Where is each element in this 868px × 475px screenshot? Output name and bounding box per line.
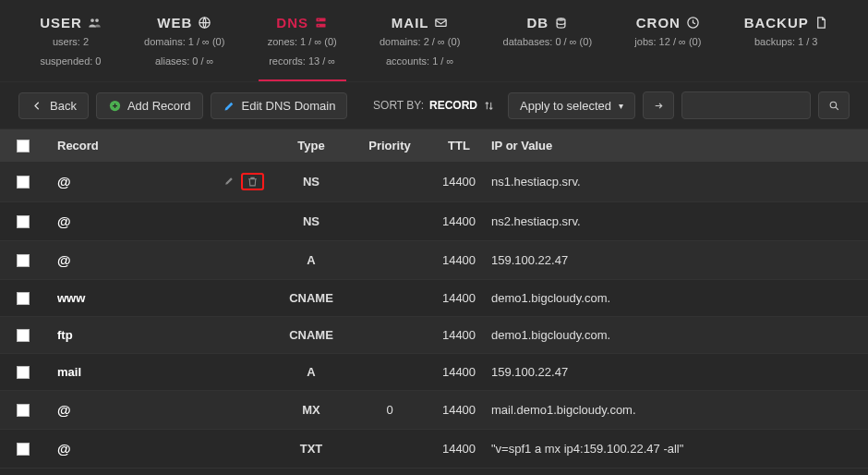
header-record: Record	[57, 139, 205, 152]
topnav-dns[interactable]: DNS zones: 1 / ∞ (0) records: 13 / ∞	[259, 9, 346, 81]
table-row[interactable]: @ NS 14400 ns2.hestiacp.srv.	[0, 202, 868, 241]
back-icon	[30, 99, 44, 113]
table-header-row: Record Type Priority TTL IP or Value	[0, 129, 868, 162]
row-checkbox[interactable]	[17, 443, 30, 456]
header-ttl: TTL	[427, 139, 491, 152]
add-record-button[interactable]: Add Record	[96, 92, 203, 119]
row-checkbox[interactable]	[17, 329, 30, 342]
table-row[interactable]: @ TXT 14400 "v=spf1 a mx ip4:159.100.22.…	[0, 430, 868, 469]
topnav-sub1: domains: 1 / ∞ (0)	[144, 34, 224, 50]
cell-type: A	[270, 253, 353, 267]
cell-value: ns2.hestiacp.srv.	[491, 214, 857, 228]
cell-value: mail.demo1.bigcloudy.com.	[491, 403, 857, 417]
submit-action-button[interactable]	[643, 91, 674, 119]
cell-value: 159.100.22.47	[491, 365, 857, 379]
cell-record: @	[57, 174, 205, 189]
table-row[interactable]: www CNAME 14400 demo1.bigcloudy.com.	[0, 280, 868, 317]
topnav-cron[interactable]: CRON jobs: 12 / ∞ (0)	[625, 9, 710, 81]
sort-field: RECORD	[429, 99, 477, 112]
pencil-icon	[223, 99, 236, 113]
sort-label: SORT BY:	[373, 99, 424, 112]
cell-ttl: 14400	[427, 175, 491, 189]
topnav-backup[interactable]: BACKUP backups: 1 / 3	[735, 9, 838, 81]
globe-icon	[198, 16, 211, 30]
sort-by[interactable]: SORT BY: RECORD	[373, 99, 495, 112]
topnav-sub1: domains: 2 / ∞ (0)	[380, 34, 460, 50]
topnav-sub2: aliases: 0 / ∞	[144, 54, 224, 69]
trash-icon	[247, 176, 259, 188]
edit-record-button[interactable]	[223, 173, 235, 190]
users-icon	[88, 16, 102, 30]
row-checkbox[interactable]	[17, 215, 30, 228]
cell-type: A	[270, 365, 353, 379]
select-all-checkbox[interactable]	[17, 140, 30, 152]
db-icon	[554, 16, 568, 30]
cell-value: "v=spf1 a mx ip4:159.100.22.47 -all"	[491, 442, 857, 456]
clock-icon	[686, 16, 700, 30]
table-row[interactable]: ftp CNAME 14400 demo1.bigcloudy.com.	[0, 317, 868, 354]
chevron-down-icon: ▾	[619, 101, 623, 111]
cell-ttl: 14400	[427, 214, 491, 228]
cell-record: @	[57, 252, 205, 268]
apply-to-selected-dropdown[interactable]: Apply to selected ▾	[508, 92, 635, 119]
topnav-sub1: zones: 1 / ∞ (0)	[268, 34, 337, 50]
toolbar: Back Add Record Edit DNS Domain SORT BY:…	[0, 81, 868, 129]
file-icon	[814, 16, 828, 30]
topnav-sub1: jobs: 12 / ∞ (0)	[634, 34, 701, 50]
topnav-sub2: records: 13 / ∞	[268, 54, 337, 69]
cell-ttl: 14400	[427, 365, 491, 379]
row-checkbox[interactable]	[17, 254, 30, 267]
topnav-title-text: MAIL	[392, 15, 429, 30]
topnav-db[interactable]: DB databases: 0 / ∞ (0)	[494, 9, 602, 81]
search-input[interactable]	[681, 91, 811, 119]
cell-value: 159.100.22.47	[491, 253, 857, 267]
topnav-user[interactable]: USER users: 2 suspended: 0	[30, 9, 111, 81]
cell-type: NS	[270, 214, 353, 228]
edit-dns-domain-button[interactable]: Edit DNS Domain	[211, 92, 348, 119]
delete-record-button[interactable]	[241, 173, 264, 190]
header-value: IP or Value	[491, 139, 857, 152]
row-checkbox[interactable]	[17, 366, 30, 379]
topnav-title-text: DNS	[276, 15, 308, 30]
cell-ttl: 14400	[427, 403, 491, 417]
cell-record: mail	[57, 365, 205, 379]
cell-record: @	[57, 441, 205, 457]
topnav-title-text: BACKUP	[744, 15, 809, 30]
cell-value: demo1.bigcloudy.com.	[491, 291, 857, 305]
table-row[interactable]: @ NS 14400 ns1.hestiacp.srv.	[0, 162, 868, 202]
cell-ttl: 14400	[427, 328, 491, 342]
cell-ttl: 14400	[427, 253, 491, 267]
search-icon	[828, 100, 840, 112]
topnav-title-text: WEB	[157, 15, 192, 30]
plus-icon	[108, 99, 122, 113]
row-checkbox[interactable]	[17, 176, 30, 189]
row-actions	[205, 173, 270, 190]
topnav-sub1: backups: 1 / 3	[744, 34, 828, 50]
cell-ttl: 14400	[427, 442, 491, 456]
cell-value: demo1.bigcloudy.com.	[491, 328, 857, 342]
cell-record: ftp	[57, 328, 205, 342]
topnav-title-text: CRON	[636, 15, 681, 30]
table-row[interactable]: mail A 14400 159.100.22.47	[0, 354, 868, 391]
back-label: Back	[50, 99, 77, 113]
table-row[interactable]: @ MX 0 14400 mail.demo1.bigcloudy.com.	[0, 391, 868, 430]
topnav-sub2: accounts: 1 / ∞	[380, 54, 460, 69]
cell-type: CNAME	[270, 328, 353, 342]
table-row[interactable]: @ A 14400 159.100.22.47	[0, 241, 868, 280]
cell-priority: 0	[353, 403, 427, 417]
search-button[interactable]	[818, 91, 850, 119]
cell-value: ns1.hestiacp.srv.	[491, 175, 857, 189]
cell-type: CNAME	[270, 291, 353, 305]
topnav-web[interactable]: WEB domains: 1 / ∞ (0) aliases: 0 / ∞	[135, 9, 234, 81]
cell-record: www	[57, 291, 205, 305]
sort-icon	[483, 100, 495, 112]
records-table: Record Type Priority TTL IP or Value @ N…	[0, 129, 868, 469]
header-type: Type	[270, 139, 353, 152]
cell-type: MX	[270, 403, 353, 417]
topnav-mail[interactable]: MAIL domains: 2 / ∞ (0) accounts: 1 / ∞	[370, 9, 469, 81]
row-checkbox[interactable]	[17, 292, 30, 305]
row-checkbox[interactable]	[17, 404, 30, 417]
topnav-sub1: databases: 0 / ∞ (0)	[503, 34, 593, 50]
mail-icon	[434, 16, 448, 30]
back-button[interactable]: Back	[18, 92, 89, 119]
